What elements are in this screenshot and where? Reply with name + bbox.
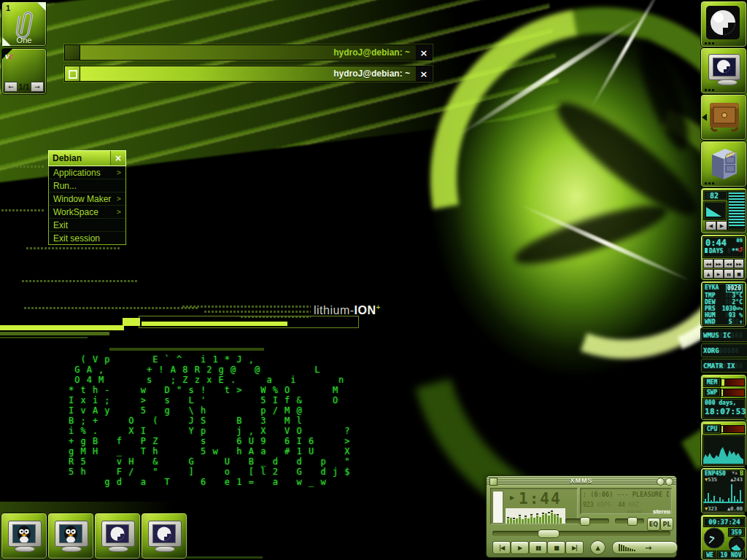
weather-ghost: 88 xyxy=(725,292,732,299)
dock-tile-cpu[interactable]: CPU xyxy=(700,421,747,467)
window-maker-logo-mini xyxy=(109,526,125,542)
menu-item-exit[interactable]: Exit xyxy=(49,218,125,231)
player-eject-button[interactable]: ▲ xyxy=(703,269,713,279)
player-next-track-button[interactable]: ▶▶ xyxy=(713,259,724,268)
pager-prev-button[interactable]: ← xyxy=(4,82,18,92)
dock-tile-mixer[interactable]: 8 82 ◀ ▶ xyxy=(700,187,747,234)
dockapp-plate-cmatrix[interactable]: CMATR8IX88 xyxy=(700,358,747,373)
terminal2-miniaturize-button[interactable] xyxy=(65,66,80,81)
terminal1-miniaturize-button[interactable] xyxy=(65,45,80,60)
dockapp-plate-xorg[interactable]: XORG88888 xyxy=(700,343,747,358)
window-maker-logo-mini xyxy=(716,58,732,74)
xmms-next-button[interactable]: ▶| xyxy=(565,541,584,554)
dock-tile-network[interactable]: ENP4S0 ▼▲ B ▼535 ▲243 ▼323 ▲0.00 xyxy=(700,467,747,514)
xmms-titlebar[interactable]: XMMS xyxy=(487,476,676,486)
appicon-xterm-1[interactable] xyxy=(1,513,47,559)
appicon-wmaker-2[interactable] xyxy=(141,513,187,559)
window-maker-logo-icon xyxy=(705,5,740,40)
terminal1-close-button[interactable]: × xyxy=(416,45,432,60)
appicon-wmaker-1[interactable] xyxy=(94,513,141,559)
mixer-next-button[interactable]: ▶ xyxy=(716,221,727,230)
monitor-icon xyxy=(101,521,135,547)
menu-item-workspace[interactable]: WorkSpace> xyxy=(49,205,125,218)
volume-slider-knob[interactable] xyxy=(580,517,590,526)
cpu-graph-panel xyxy=(703,435,746,466)
xmms-equalizer-button[interactable]: EQ xyxy=(647,518,660,531)
decor-tiny-text xyxy=(1,209,44,211)
menu-item-exit-session[interactable]: Exit session xyxy=(49,231,125,244)
terminal-titlebar-focused[interactable]: hydroJ@debian: ~ × xyxy=(64,66,433,82)
plate-ghost: 88888 xyxy=(719,347,739,354)
xmms-spectrum-analyzer[interactable] xyxy=(506,508,565,524)
decor-tiny-text xyxy=(26,247,121,249)
file-cabinet-icon xyxy=(706,146,741,181)
dock-tile-filecabinet[interactable] xyxy=(700,141,747,187)
dock-collapse-arrow-icon[interactable] xyxy=(702,114,707,121)
player-pause-button[interactable]: ▮▮ xyxy=(724,269,734,279)
xmms-shade-button[interactable] xyxy=(657,478,665,486)
xmms-playlist-button[interactable]: PL xyxy=(660,518,673,531)
xmms-eject-button[interactable]: ▲ xyxy=(590,540,605,555)
mixer-prev-button[interactable]: ◀ xyxy=(705,221,716,230)
clip-corner-top-right[interactable] xyxy=(37,2,46,11)
xmms-play-button[interactable]: ▶ xyxy=(511,541,529,554)
swap-label-box: SWP xyxy=(703,388,721,397)
xmms-song-title-marquee[interactable]: : (6:06) --- PLEASURE DJ - ATMO: xyxy=(583,491,669,498)
weather-label: WND xyxy=(705,319,715,325)
weather-label: HUM xyxy=(705,312,715,319)
pager-dockapp[interactable]: vc ← 1/1 → xyxy=(1,48,47,95)
root-menu-body: Applications> Run... Window Maker> WorkS… xyxy=(48,166,126,245)
xmms-volume-slider[interactable] xyxy=(565,518,609,524)
dock-tile-weather[interactable]: EYKA0920 TMP883°C DEW882°C PRS1030hPa HU… xyxy=(700,281,747,327)
terminal2-close-button[interactable]: × xyxy=(416,66,432,81)
terminal-titlebar-shaded[interactable]: hydroJ@debian: ~ × xyxy=(64,44,433,61)
menu-item-window-maker[interactable]: Window Maker> xyxy=(49,192,125,205)
workspace-clip[interactable]: 1 One xyxy=(1,1,47,47)
decor-bar xyxy=(0,332,109,335)
appicon-xterm-2[interactable] xyxy=(47,513,94,559)
xmms-stop-button[interactable]: ■ xyxy=(547,541,565,554)
dock-tile-wmaker[interactable] xyxy=(700,1,747,47)
player-label: DAYS xyxy=(709,248,723,254)
weather-ghost: 88 xyxy=(732,319,740,325)
xmms-shuffle-repeat-cluster[interactable]: → xyxy=(612,541,678,554)
xmms-clutterbar[interactable] xyxy=(492,491,503,524)
pager-next-button[interactable]: → xyxy=(31,82,44,92)
balance-slider-knob[interactable] xyxy=(627,517,638,526)
position-slider-knob[interactable] xyxy=(538,529,560,538)
dock-tile-clock[interactable]: 09:37:24 359 WE 19 NOV xyxy=(700,514,747,560)
dock-tile-terminal[interactable] xyxy=(700,47,747,94)
player-ghost: 8 xyxy=(727,248,731,254)
xmms-previous-button[interactable]: |◀ xyxy=(492,541,511,554)
wind-direction-icon: ↑ xyxy=(739,319,743,325)
xmms-time-display[interactable]: 1:44 xyxy=(519,490,562,508)
player-play-button[interactable]: ▶ xyxy=(713,269,724,279)
dockapp-plate-wmusic[interactable]: WMUS8IC888 xyxy=(700,327,747,343)
mem-usage-bar xyxy=(721,378,745,386)
clock-time-box: 09:37:24 xyxy=(703,517,746,527)
dock-tile-drawer[interactable] xyxy=(700,94,747,141)
weather-label: TMP xyxy=(705,292,715,299)
root-menu-titlebar[interactable]: Debian × xyxy=(48,150,126,166)
xmms-pause-button[interactable]: ▮▮ xyxy=(529,541,547,554)
network-total-up: ▲0.00 xyxy=(727,506,743,512)
player-stop-button[interactable]: ■ xyxy=(734,269,744,279)
menu-item-applications[interactable]: Applications> xyxy=(49,166,125,179)
dock-tile-sysmon[interactable]: MEM SWP 000 days, 18:07:53 xyxy=(700,374,747,421)
player-rewind-button[interactable]: ◀◀ xyxy=(724,259,734,268)
submenu-arrow-icon: > xyxy=(117,168,121,176)
menu-item-label: Window Maker xyxy=(53,194,111,204)
xmms-balance-slider[interactable] xyxy=(615,518,644,524)
dock-tile-player[interactable]: 0:44 09 DAYS 8 ** ↺ ◀◀ ▶▶ ◀◀ ▶▶ ▲ ▶ ▮▮ ■ xyxy=(700,234,747,281)
root-menu-title: Debian xyxy=(49,153,110,163)
cpu-usage-fill xyxy=(721,426,723,432)
xmms-close-button[interactable] xyxy=(665,478,673,486)
tux-icon xyxy=(17,526,31,542)
xmms-play-indicator: ▶ xyxy=(510,494,514,501)
player-prev-track-button[interactable]: ◀◀ xyxy=(703,259,713,268)
menu-item-run[interactable]: Run... xyxy=(49,179,125,192)
theme-logo-prefix: lithium- xyxy=(314,304,355,316)
xmms-position-slider[interactable] xyxy=(492,531,670,536)
root-menu-close-button[interactable]: × xyxy=(110,151,125,166)
player-forward-button[interactable]: ▶▶ xyxy=(734,259,744,268)
